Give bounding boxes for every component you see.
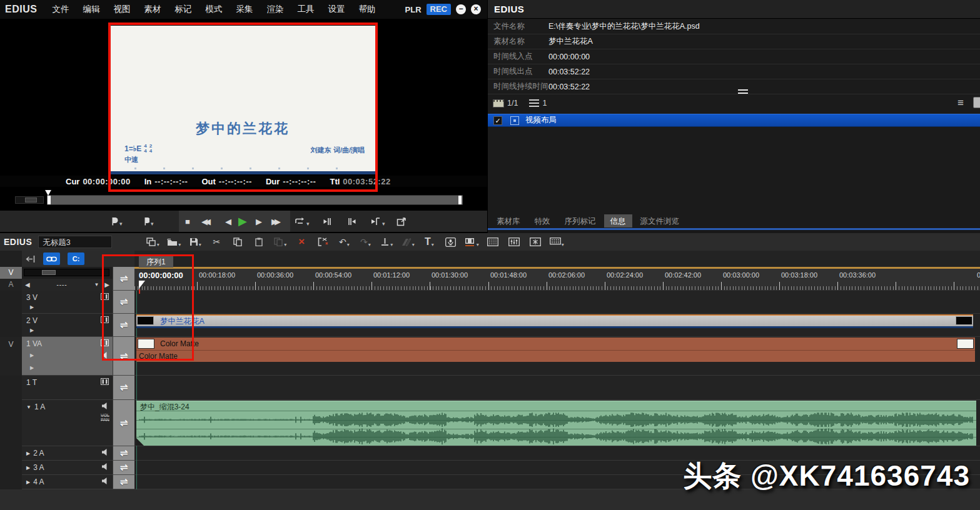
video-mute-icon[interactable] bbox=[101, 293, 109, 302]
open-project-button[interactable]: ▾ bbox=[163, 234, 184, 249]
next-edit-point-button[interactable]: ▾ bbox=[370, 211, 385, 232]
new-sequence-button[interactable]: ▾ bbox=[142, 234, 163, 249]
caret-down-icon[interactable]: ▾ bbox=[382, 221, 385, 227]
menu-view[interactable]: 视图 bbox=[106, 4, 137, 15]
save-project-button[interactable]: ▾ bbox=[184, 234, 206, 249]
collapse-track-icon[interactable]: ▼ bbox=[26, 404, 31, 410]
set-in-marker-button[interactable]: ▾ bbox=[111, 211, 123, 232]
next-map-icon[interactable]: ▶ bbox=[104, 281, 109, 288]
patch-gutter-1t[interactable]: ⇌ bbox=[113, 376, 134, 400]
previous-frame-button[interactable]: ◀ bbox=[225, 211, 231, 232]
expand-track-icon[interactable]: ▶ bbox=[26, 465, 30, 471]
playhead-icon[interactable] bbox=[139, 281, 145, 289]
replace-button[interactable]: ▾ bbox=[270, 234, 291, 249]
caret-down-icon[interactable]: ▾ bbox=[390, 242, 393, 248]
menu-help[interactable]: 帮助 bbox=[351, 4, 382, 15]
caret-down-icon[interactable]: ▾ bbox=[306, 221, 310, 227]
track-lane-3v[interactable] bbox=[134, 291, 980, 314]
sequence-tab[interactable]: 序列1 bbox=[139, 255, 173, 268]
zoom-slider-handle[interactable] bbox=[42, 270, 56, 275]
clip-video-title[interactable]: 梦中兰花花A bbox=[136, 314, 973, 328]
caret-down-icon[interactable]: ▾ bbox=[151, 221, 154, 227]
audio-master-label[interactable]: A bbox=[0, 279, 22, 291]
caret-down-icon[interactable]: ▾ bbox=[477, 242, 479, 248]
undo-icon[interactable]: ↶ bbox=[339, 237, 346, 247]
caret-down-icon[interactable]: ▾ bbox=[347, 242, 350, 248]
toggle-palette-1-button[interactable] bbox=[482, 234, 503, 249]
speaker-icon[interactable] bbox=[101, 478, 109, 486]
tab-information[interactable]: 信息 bbox=[604, 214, 632, 228]
delete-x-icon[interactable]: × bbox=[298, 236, 305, 248]
seek-start-marker[interactable] bbox=[48, 196, 51, 204]
seek-end-marker[interactable] bbox=[458, 196, 462, 204]
track-header-2a[interactable]: ▶2 A bbox=[22, 446, 113, 461]
menu-settings[interactable]: 设置 bbox=[321, 4, 351, 15]
set-out-marker-button[interactable]: ▾ bbox=[143, 211, 154, 232]
prev-map-icon[interactable]: ◀ bbox=[25, 281, 30, 288]
effect-enabled-checkbox[interactable]: ✓ bbox=[493, 116, 502, 125]
va-track-v-label[interactable]: V bbox=[0, 337, 22, 376]
player-mode-button[interactable]: PLR bbox=[405, 5, 422, 14]
rewind-button[interactable]: ◀◀ bbox=[201, 211, 211, 232]
title-track-icon[interactable] bbox=[101, 378, 109, 387]
clip-audio-mix[interactable]: 梦中_缩混3-24 bbox=[136, 401, 976, 446]
stop-button[interactable]: ■ bbox=[185, 211, 190, 232]
tab-sequence-markers[interactable]: 序列标记 bbox=[558, 214, 602, 228]
track-header-1t[interactable]: 1 T bbox=[22, 376, 113, 400]
shuttle-handle[interactable] bbox=[25, 198, 37, 202]
loop-playback-button[interactable]: ▾ bbox=[294, 211, 310, 232]
caret-down-icon[interactable]: ▾ bbox=[178, 242, 181, 248]
effect-list-selected-row[interactable]: ✓ 视频布局 bbox=[488, 114, 980, 127]
track-header-3a[interactable]: ▶3 A bbox=[22, 461, 113, 475]
insert-overwrite-mode-icon[interactable] bbox=[25, 255, 36, 263]
menu-render[interactable]: 渲染 bbox=[260, 4, 290, 15]
recorder-mode-button[interactable]: REC bbox=[427, 4, 451, 15]
seek-bar[interactable] bbox=[47, 195, 463, 205]
patch-gutter-4a[interactable]: ⇌ bbox=[113, 475, 134, 489]
redo-icon[interactable]: ↷ bbox=[360, 237, 368, 247]
track-lane-1t[interactable] bbox=[134, 376, 980, 400]
menu-capture[interactable]: 采集 bbox=[229, 4, 260, 15]
add-to-timeline-button[interactable]: ▾ bbox=[461, 234, 482, 249]
caret-down-icon[interactable]: ▾ bbox=[432, 242, 434, 248]
tab-source-browser[interactable]: 源文件浏览 bbox=[634, 214, 686, 228]
patch-gutter-2v[interactable]: ⇌ bbox=[113, 314, 134, 337]
export-button[interactable] bbox=[397, 211, 407, 232]
next-frame-button[interactable]: ▶ bbox=[256, 211, 262, 232]
caret-down-icon[interactable]: ▾ bbox=[119, 221, 123, 227]
track-header-3v[interactable]: 3 V ▶ bbox=[22, 291, 113, 314]
vol-pan-labels[interactable]: VOL PAN bbox=[101, 413, 109, 422]
caret-down-icon[interactable]: ▾ bbox=[368, 242, 371, 248]
caret-down-icon[interactable]: ▾ bbox=[562, 242, 564, 248]
clip-color-matte[interactable]: Color Matte Color Matte bbox=[136, 338, 975, 362]
menu-edit[interactable]: 编辑 bbox=[76, 4, 106, 15]
redo-button[interactable]: ↷ ▾ bbox=[355, 234, 376, 249]
speaker-icon[interactable] bbox=[101, 449, 109, 458]
shuttle-slider[interactable] bbox=[15, 196, 44, 204]
view-mode-icon[interactable] bbox=[973, 97, 980, 108]
caret-down-icon[interactable]: ▾ bbox=[157, 242, 159, 248]
caret-down-icon[interactable]: ▾ bbox=[284, 242, 286, 248]
patch-gutter-3a[interactable]: ⇌ bbox=[113, 461, 134, 475]
track-header-1a[interactable]: ▼1 A VOL PAN bbox=[22, 400, 113, 446]
track-header-4a[interactable]: ▶4 A bbox=[22, 475, 113, 489]
menu-mode[interactable]: 模式 bbox=[198, 4, 229, 15]
goto-out-point-button[interactable] bbox=[346, 211, 356, 232]
timeline-zoom-slider[interactable] bbox=[24, 269, 109, 276]
expand-audio-icon[interactable]: ▶ bbox=[30, 365, 34, 371]
caret-down-icon[interactable]: ▾ bbox=[412, 242, 415, 248]
tab-asset-library[interactable]: 素材库 bbox=[490, 214, 527, 228]
sync-lock-button[interactable] bbox=[43, 252, 60, 265]
ripple-c-mode-button[interactable]: C: bbox=[68, 252, 84, 265]
goto-in-point-button[interactable] bbox=[323, 211, 333, 232]
add-transition-button[interactable]: ▾ bbox=[397, 234, 418, 249]
expand-track-icon[interactable]: ▶ bbox=[30, 304, 34, 310]
video-master-label[interactable]: V bbox=[0, 267, 22, 279]
fast-forward-button[interactable]: ▶▶ bbox=[271, 211, 281, 232]
minimize-icon[interactable]: − bbox=[456, 4, 466, 14]
paste-button[interactable] bbox=[248, 234, 270, 249]
speaker-icon[interactable] bbox=[101, 352, 109, 361]
toggle-effects-palette-button[interactable] bbox=[525, 234, 546, 249]
close-icon[interactable]: × bbox=[471, 4, 481, 14]
title-t-icon[interactable]: T bbox=[425, 236, 431, 248]
